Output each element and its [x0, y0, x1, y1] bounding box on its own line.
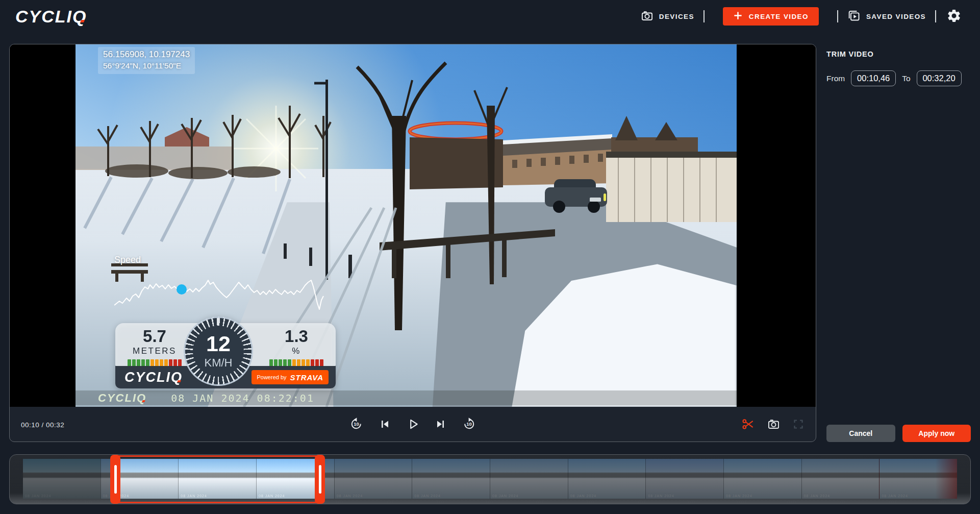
plus-icon: [733, 11, 743, 22]
play-icon: [406, 418, 419, 432]
trim-end-handle[interactable]: [315, 455, 325, 504]
timestamp-bar: CYCLIQ 08 JAN 2024 08:22:01: [76, 390, 737, 405]
grade-unit: %: [263, 346, 330, 356]
cycliq-logo[interactable]: CYCLIQ: [15, 8, 87, 25]
player-controls: 00:10 / 00:32 10: [10, 407, 816, 442]
strava-wordmark: STRAVA: [290, 373, 323, 382]
gps-dms: 56°9'24"N, 10°11'50"E: [103, 61, 190, 70]
speed-value: 12: [206, 333, 231, 355]
grade-value: 1.3: [263, 328, 330, 346]
forward-10-icon: 10: [462, 417, 476, 432]
create-video-label: CREATE VIDEO: [749, 13, 809, 20]
settings-button[interactable]: [946, 8, 962, 25]
trim-to-input[interactable]: [917, 70, 962, 86]
skip-forward-icon: [435, 418, 447, 432]
thumb-stamp: 08 JAN 2024: [259, 494, 285, 498]
next-frame-button[interactable]: [435, 418, 447, 432]
powered-by-label: Powered by: [257, 374, 286, 380]
speed-unit: KM/H: [205, 356, 233, 370]
strava-badge: Powered by STRAVA: [252, 370, 329, 384]
trim-range-row: From To: [826, 70, 971, 86]
cancel-button[interactable]: Cancel: [826, 425, 895, 442]
speed-graph-overlay: Speed: [114, 255, 336, 316]
speed-position-marker: [177, 284, 187, 295]
distance-unit: METERS: [121, 346, 188, 356]
svg-text:10: 10: [466, 421, 472, 427]
gear-icon: [946, 8, 962, 25]
devices-label: DEVICES: [659, 13, 694, 20]
video-library-icon: [847, 9, 861, 24]
speed-polyline: [114, 280, 323, 309]
fullscreen-icon: [792, 418, 805, 432]
speedometer-gauge: 12 KM/H: [184, 316, 253, 386]
snapshot-button[interactable]: [767, 418, 780, 432]
filmstrip-track: 08 JAN 2024 08 JAN 2024 08 JAN 2024 08 J…: [23, 459, 957, 499]
thumb-stamp: 08 JAN 2024: [181, 494, 207, 498]
dashboard-brand-text: CYCLIQ: [124, 370, 183, 385]
from-label: From: [826, 74, 845, 83]
divider: [935, 10, 936, 22]
svg-text:10: 10: [354, 421, 359, 427]
trim-scissors-button[interactable]: [742, 418, 755, 432]
dashboard-cycliq-logo: CYCLIQ: [124, 371, 183, 384]
video-timestamp: 08 JAN 2024 08:22:01: [171, 392, 314, 404]
top-bar-actions: DEVICES CREATE VIDEO SAVED VIDEOS: [641, 7, 962, 26]
cycliq-logo-text: CYCLIQ: [15, 7, 87, 26]
apply-now-button[interactable]: Apply now: [902, 425, 971, 442]
divider: [703, 10, 705, 22]
distance-metric: 5.7 METERS: [121, 328, 188, 367]
to-label: To: [902, 74, 910, 83]
fullscreen-button[interactable]: [792, 418, 805, 432]
playback-controls: 10: [349, 417, 476, 432]
play-button[interactable]: [406, 418, 419, 432]
trim-from-input[interactable]: [851, 70, 896, 86]
video-stage[interactable]: 56.156908, 10.197243 56°9'24"N, 10°11'50…: [10, 44, 816, 407]
previous-frame-button[interactable]: [379, 418, 391, 432]
dimmed-region-before: [23, 459, 115, 499]
watermark-cycliq-logo: CYCLIQ: [98, 393, 146, 404]
divider: [837, 10, 838, 22]
handle-grip: [319, 465, 321, 494]
create-video-button[interactable]: CREATE VIDEO: [723, 7, 819, 26]
camera-icon: [641, 9, 654, 23]
top-bar: CYCLIQ DEVICES CREATE VIDEO: [0, 0, 980, 33]
rewind-10-icon: 10: [349, 417, 363, 432]
main-content: 56.156908, 10.197243 56°9'24"N, 10°11'50…: [9, 44, 971, 442]
time-display: 00:10 / 00:32: [21, 421, 64, 429]
rewind-10-button[interactable]: 10: [349, 417, 363, 432]
video-frame: 56.156908, 10.197243 56°9'24"N, 10°11'50…: [76, 44, 737, 407]
tool-controls: [742, 418, 805, 432]
trim-panel: TRIM VIDEO From To Cancel Apply now: [826, 44, 971, 442]
filmstrip-timeline: 08 JAN 2024 08 JAN 2024 08 JAN 2024 08 J…: [9, 454, 971, 504]
video-player: 56.156908, 10.197243 56°9'24"N, 10°11'50…: [9, 44, 816, 442]
grade-metric: 1.3 %: [263, 328, 330, 367]
dimmed-region-after: [320, 459, 957, 499]
dashboard-overlay: 5.7 METERS 1.3 %: [115, 323, 336, 388]
trim-start-handle[interactable]: [110, 455, 120, 504]
skip-back-icon: [379, 418, 391, 432]
handle-grip: [114, 465, 117, 494]
saved-videos-label: SAVED VIDEOS: [866, 13, 926, 20]
filmstrip-thumbnail[interactable]: 08 JAN 2024: [178, 459, 256, 499]
saved-videos-button[interactable]: SAVED VIDEOS: [847, 9, 926, 24]
speed-graph-chart: [114, 265, 329, 314]
trim-actions: Cancel Apply now: [826, 425, 971, 442]
scissors-icon: [742, 418, 755, 432]
gps-overlay: 56.156908, 10.197243 56°9'24"N, 10°11'50…: [98, 47, 195, 74]
forward-10-button[interactable]: 10: [462, 417, 476, 432]
gps-decimal: 56.156908, 10.197243: [103, 50, 190, 60]
speed-graph-label: Speed: [114, 255, 336, 265]
watermark-brand-text: CYCLIQ: [98, 391, 146, 404]
snapshot-camera-icon: [767, 418, 780, 432]
devices-button[interactable]: DEVICES: [641, 9, 694, 23]
trim-panel-title: TRIM VIDEO: [826, 50, 971, 58]
speedometer-dial: 12 KM/H: [193, 326, 244, 377]
distance-value: 5.7: [121, 328, 188, 346]
